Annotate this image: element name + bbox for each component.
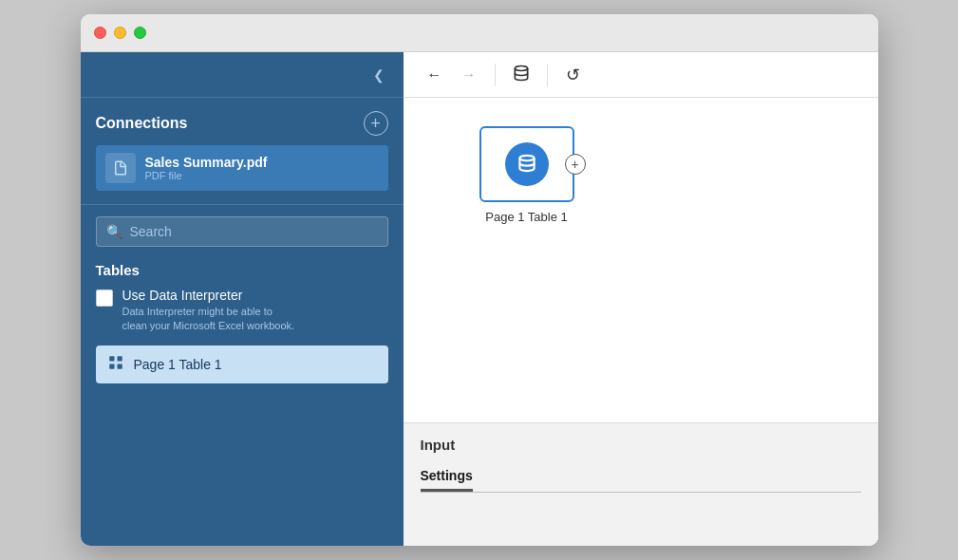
toolbar-divider-1 (495, 64, 496, 86)
back-button[interactable]: ← (421, 61, 449, 89)
maximize-button[interactable] (134, 27, 146, 39)
collapse-sidebar-button[interactable]: ❮ (367, 64, 390, 86)
add-connection-button[interactable]: + (364, 111, 388, 136)
close-button[interactable] (94, 27, 106, 39)
sidebar-header-bar: ❮ (81, 52, 404, 98)
table-node[interactable]: + (479, 126, 574, 202)
search-box[interactable]: 🔍 (96, 216, 388, 247)
right-panel: ← → (404, 52, 878, 546)
connection-file-icon (105, 153, 136, 183)
sidebar: ❮ Connections + (81, 52, 404, 546)
bottom-panel: Input Settings (404, 422, 878, 546)
search-section: 🔍 (81, 205, 404, 254)
table-node-add-button[interactable]: + (565, 154, 586, 175)
refresh-button[interactable]: ↺ (559, 61, 588, 89)
interpreter-checkbox[interactable] (96, 289, 113, 307)
svg-point-4 (515, 65, 527, 70)
add-icon: + (370, 114, 381, 134)
svg-rect-2 (109, 364, 114, 368)
interpreter-text: Use Data Interpreter Data Interpreter mi… (122, 288, 295, 334)
toolbar-divider-2 (547, 64, 548, 86)
toolbar: ← → (404, 52, 878, 98)
main-content: ❮ Connections + (81, 52, 878, 546)
connection-info: Sales Summary.pdf PDF file (145, 155, 268, 181)
svg-rect-0 (109, 356, 114, 361)
tables-section: Tables Use Data Interpreter Data Interpr… (81, 254, 404, 546)
search-icon: 🔍 (106, 224, 122, 239)
back-icon: ← (427, 66, 442, 84)
bottom-tabs: Settings (421, 462, 861, 493)
connections-section: Connections + Sales Summary.pdf PDF file (81, 98, 404, 205)
forward-icon: → (461, 66, 477, 84)
table-node-db-icon (505, 142, 549, 186)
db-button[interactable] (507, 61, 535, 89)
connections-header: Connections + (96, 111, 388, 136)
refresh-icon: ↺ (566, 65, 580, 85)
minimize-button[interactable] (114, 27, 126, 39)
table-item-name: Page 1 Table 1 (134, 357, 222, 372)
tab-settings-label: Settings (421, 468, 473, 483)
add-node-icon: + (571, 157, 578, 172)
search-input[interactable] (130, 224, 378, 239)
db-icon (512, 64, 531, 86)
canvas-area: + Page 1 Table 1 (404, 98, 878, 422)
tab-settings[interactable]: Settings (421, 462, 473, 492)
table-grid-icon (107, 354, 124, 375)
interpreter-row: Use Data Interpreter Data Interpreter mi… (96, 288, 388, 334)
titlebar (81, 14, 878, 52)
interpreter-label: Use Data Interpreter (122, 288, 295, 303)
connection-item[interactable]: Sales Summary.pdf PDF file (96, 145, 388, 191)
tables-title: Tables (96, 262, 388, 278)
svg-rect-1 (117, 356, 122, 361)
connection-name: Sales Summary.pdf (145, 155, 268, 170)
forward-button[interactable]: → (455, 61, 483, 89)
collapse-icon: ❮ (373, 67, 385, 83)
table-node-wrap: + Page 1 Table 1 (479, 126, 574, 224)
svg-rect-3 (117, 364, 122, 368)
svg-point-5 (519, 156, 534, 160)
table-item[interactable]: Page 1 Table 1 (96, 345, 388, 383)
input-label: Input (421, 437, 861, 453)
app-window: ❮ Connections + (81, 14, 878, 546)
connections-title: Connections (96, 115, 188, 132)
table-node-label: Page 1 Table 1 (485, 210, 568, 224)
connection-type: PDF file (145, 170, 268, 181)
interpreter-desc: Data Interpreter might be able toclean y… (122, 305, 295, 334)
